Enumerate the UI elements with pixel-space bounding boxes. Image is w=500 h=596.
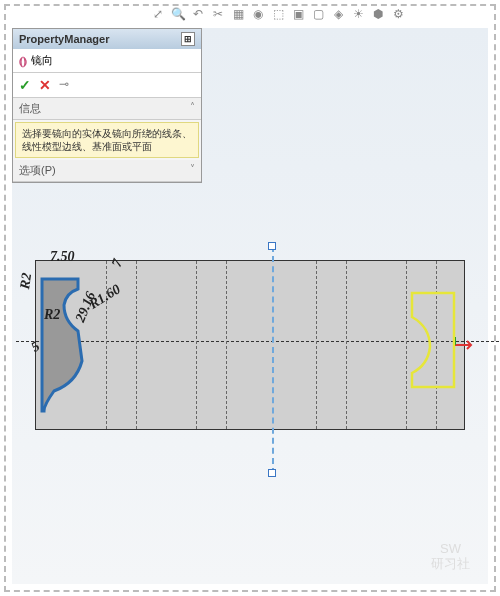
chevron-down-icon: ˅ (190, 163, 195, 178)
mirror-icon: ⦅⦆ (19, 54, 27, 68)
options-label: 选项(P) (19, 163, 56, 178)
watermark: SW 研习社 (431, 542, 470, 571)
property-manager-panel: PropertyManager ⊞ ⦅⦆ 镜向 ✓ ✕ ⊸ 信息 ˄ 选择要镜向… (12, 28, 202, 183)
perspective-icon[interactable]: ◈ (330, 6, 346, 22)
info-message: 选择要镜向的实体及镜向所绕的线条、线性模型边线、基准面或平面 (15, 122, 199, 158)
feature-title-row: ⦅⦆ 镜向 (13, 49, 201, 73)
fold-line (196, 261, 197, 429)
prev-view-icon[interactable]: ↶ (190, 6, 206, 22)
pm-title: PropertyManager (19, 33, 109, 45)
pm-keep-visible-icon[interactable]: ⊞ (181, 32, 195, 46)
feature-name: 镜向 (31, 53, 53, 68)
zoom-fit-icon[interactable]: ⤢ (150, 6, 166, 22)
chevron-up-icon: ˄ (190, 101, 195, 116)
origin-marker (455, 337, 479, 353)
pin-button[interactable]: ⊸ (59, 77, 69, 93)
settings-icon[interactable]: ⚙ (390, 6, 406, 22)
dimension[interactable]: R2 (44, 307, 60, 323)
fold-line (346, 261, 347, 429)
mirror-preview-profile[interactable] (410, 291, 458, 391)
cancel-button[interactable]: ✕ (39, 77, 51, 93)
confirm-row: ✓ ✕ ⊸ (13, 73, 201, 98)
ok-button[interactable]: ✓ (19, 77, 31, 93)
fold-line (136, 261, 137, 429)
watermark-l1: SW (431, 542, 470, 556)
render-icon[interactable]: ⬢ (370, 6, 386, 22)
scene-icon[interactable]: ☀ (350, 6, 366, 22)
view-toolbar: ⤢ 🔍 ↶ ✂ ▦ ◉ ⬚ ▣ ▢ ◈ ☀ ⬢ ⚙ (150, 6, 406, 22)
options-section-header[interactable]: 选项(P) ˅ (13, 160, 201, 182)
fold-line (316, 261, 317, 429)
section-icon[interactable]: ✂ (210, 6, 226, 22)
zoom-area-icon[interactable]: 🔍 (170, 6, 186, 22)
watermark-l2: 研习社 (431, 557, 470, 571)
sketch-canvas[interactable]: 7.50 7 R1.60 R2 29.16 5 R2 (35, 260, 465, 430)
handle-top[interactable] (268, 242, 276, 250)
dimension[interactable]: R2 (17, 272, 35, 290)
hide-show-icon[interactable]: ◉ (250, 6, 266, 22)
handle-bottom[interactable] (268, 469, 276, 477)
info-label: 信息 (19, 101, 41, 116)
pm-header: PropertyManager ⊞ (13, 29, 201, 49)
shaded-icon[interactable]: ▣ (290, 6, 306, 22)
fold-line (226, 261, 227, 429)
fold-line (406, 261, 407, 429)
info-section-header[interactable]: 信息 ˄ (13, 98, 201, 120)
wireframe-icon[interactable]: ▢ (310, 6, 326, 22)
display-style-icon[interactable]: ▦ (230, 6, 246, 22)
view-orient-icon[interactable]: ⬚ (270, 6, 286, 22)
dimension[interactable]: 7.50 (50, 249, 75, 265)
vertical-centerline[interactable] (272, 246, 274, 474)
